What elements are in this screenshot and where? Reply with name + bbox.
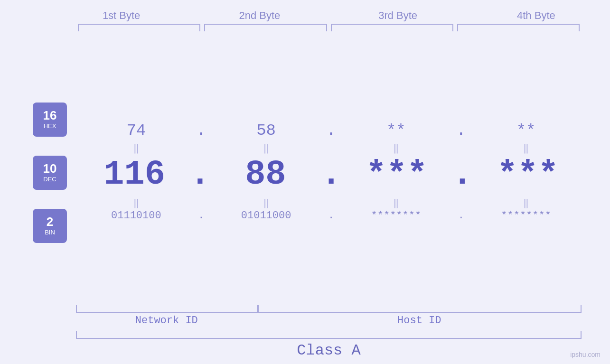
hex-badge-num: 16 — [43, 109, 57, 121]
hex-badge: 16 HEX — [33, 103, 67, 137]
bin-b4: ******** — [470, 210, 582, 222]
byte2-header: 2nd Byte — [190, 9, 328, 24]
eq2-b2: ‖ — [211, 197, 322, 209]
network-id-label: Network ID — [76, 315, 257, 327]
dec-b2: 88 — [212, 155, 319, 194]
bin-badge-label: BIN — [45, 229, 55, 236]
dec-b4: *** — [474, 155, 582, 194]
hex-badge-label: HEX — [44, 122, 56, 130]
dec-badge-num: 10 — [43, 162, 57, 175]
eq2-b1: ‖ — [81, 197, 192, 209]
class-bracket — [76, 331, 582, 339]
eq2-b3: ‖ — [341, 197, 452, 209]
dec-dot1: . — [188, 155, 212, 194]
dec-badge: 10 DEC — [33, 156, 67, 190]
eq1-b4: ‖ — [470, 142, 582, 154]
byte4-top-bracket — [457, 24, 580, 31]
byte3-top-bracket — [331, 24, 453, 31]
eq1-b2: ‖ — [211, 142, 322, 154]
dec-dot3: . — [450, 155, 474, 194]
bin-b2: 01011000 — [211, 210, 322, 222]
dec-badge-label: DEC — [43, 176, 56, 183]
hex-dot2: . — [322, 121, 341, 140]
eq2-b4: ‖ — [470, 197, 582, 209]
bin-b1: 01110100 — [81, 210, 192, 222]
hex-b3: ** — [341, 121, 452, 140]
host-bracket — [258, 305, 582, 313]
class-label: Class A — [76, 342, 582, 359]
bin-badge: 2 BIN — [33, 209, 67, 243]
bin-badge-num: 2 — [47, 215, 53, 228]
bin-dot2: . — [322, 210, 341, 222]
host-id-label: Host ID — [257, 315, 582, 327]
byte1-top-bracket — [78, 24, 200, 31]
eq1-b3: ‖ — [341, 142, 452, 154]
byte2-top-bracket — [204, 24, 327, 31]
hex-dot3: . — [451, 121, 470, 140]
bin-b3: ******** — [341, 210, 452, 222]
hex-dot1: . — [192, 121, 211, 140]
network-bracket — [76, 305, 258, 313]
hex-b1: 74 — [81, 121, 192, 140]
bin-dot3: . — [451, 210, 470, 222]
hex-b2: 58 — [211, 121, 322, 140]
hex-b4: ** — [470, 121, 582, 140]
byte4-header: 4th Byte — [467, 9, 605, 24]
dec-b1: 116 — [81, 155, 188, 194]
dec-b3: *** — [343, 155, 450, 194]
eq1-b1: ‖ — [81, 142, 192, 154]
byte3-header: 3rd Byte — [329, 9, 467, 24]
byte1-header: 1st Byte — [52, 9, 190, 24]
dec-dot2: . — [319, 155, 343, 194]
bin-dot1: . — [192, 210, 211, 222]
watermark: ipshu.com — [570, 351, 601, 358]
